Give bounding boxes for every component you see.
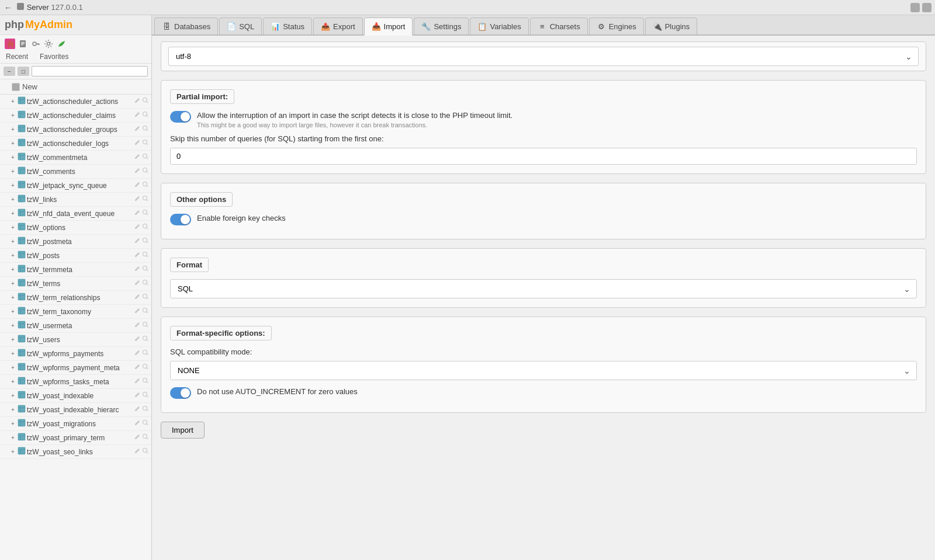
browse-icon[interactable] (142, 111, 149, 120)
browse-icon[interactable] (142, 405, 149, 414)
edit-icon[interactable] (134, 209, 141, 218)
sidebar-item[interactable]: + tzW_wpforms_payment_meta (0, 361, 151, 375)
expand-icon[interactable]: + (9, 126, 16, 133)
settings-icon[interactable] (910, 3, 920, 12)
sidebar-item[interactable]: + tzW_yoast_primary_term (0, 431, 151, 445)
edit-icon[interactable] (134, 419, 141, 428)
browse-icon[interactable] (142, 433, 149, 442)
expand-icon[interactable]: + (9, 308, 16, 315)
browse-icon[interactable] (142, 125, 149, 134)
tab-export[interactable]: 📤Export (313, 18, 363, 34)
tab-plugins[interactable]: 🔌Plugins (645, 18, 698, 34)
expand-icon[interactable]: + (9, 98, 16, 105)
browse-icon[interactable] (142, 153, 149, 162)
edit-icon[interactable] (134, 181, 141, 190)
sidebar-item[interactable]: + tzW_yoast_indexable_hierarc (0, 403, 151, 417)
browse-icon[interactable] (142, 195, 149, 204)
expand-icon[interactable]: □ (18, 67, 29, 76)
charset-select[interactable]: utf-8 (169, 47, 918, 65)
browse-icon[interactable] (142, 209, 149, 218)
tab-databases[interactable]: 🗄Databases (154, 18, 218, 34)
browse-icon[interactable] (142, 335, 149, 344)
edit-icon[interactable] (134, 167, 141, 176)
key-icon[interactable] (30, 39, 41, 49)
compat-select[interactable]: NONEANSIDB2MAXDBMYSQL323MYSQL40MSSQLORAC… (171, 361, 916, 380)
import-button[interactable]: Import (161, 422, 205, 439)
edit-icon[interactable] (134, 111, 141, 120)
expand-icon[interactable]: + (9, 238, 16, 245)
sidebar-item[interactable]: + tzW_commentmeta (0, 151, 151, 165)
expand-icon[interactable]: + (9, 322, 16, 329)
sidebar-item[interactable]: + tzW_actionscheduler_actions (0, 95, 151, 109)
tab-engines[interactable]: ⚙Engines (589, 18, 644, 34)
docs-icon[interactable] (18, 39, 28, 49)
browse-icon[interactable] (142, 307, 149, 316)
auto-increment-toggle[interactable] (170, 387, 191, 399)
edit-icon[interactable] (134, 377, 141, 386)
partial-import-toggle[interactable] (170, 111, 191, 123)
expand-icon[interactable]: + (9, 420, 16, 427)
browse-icon[interactable] (142, 377, 149, 386)
back-arrow-icon[interactable]: ← (4, 3, 13, 12)
edit-icon[interactable] (134, 293, 141, 302)
tab-settings[interactable]: 🔧Settings (414, 18, 469, 34)
sidebar-item[interactable]: + tzW_postmeta (0, 235, 151, 249)
edit-icon[interactable] (134, 363, 141, 372)
sidebar-item[interactable]: + tzW_links (0, 193, 151, 207)
sidebar-item[interactable]: + tzW_options (0, 221, 151, 235)
expand-icon[interactable]: + (9, 336, 16, 343)
sidebar-item[interactable]: + tzW_actionscheduler_logs (0, 137, 151, 151)
expand-icon[interactable]: + (9, 378, 16, 385)
leaf-icon[interactable] (56, 39, 67, 49)
browse-icon[interactable] (142, 363, 149, 372)
sidebar-item[interactable]: + tzW_comments (0, 165, 151, 179)
edit-icon[interactable] (134, 321, 141, 330)
edit-icon[interactable] (134, 125, 141, 134)
browse-icon[interactable] (142, 139, 149, 148)
gear-icon[interactable] (43, 39, 54, 49)
sidebar-item[interactable]: + tzW_term_relationships (0, 291, 151, 305)
browse-icon[interactable] (142, 251, 149, 260)
browse-icon[interactable] (142, 447, 149, 456)
recent-tab[interactable]: Recent (0, 50, 34, 63)
expand-icon[interactable]: + (9, 364, 16, 371)
browse-icon[interactable] (142, 293, 149, 302)
browse-icon[interactable] (142, 391, 149, 400)
edit-icon[interactable] (134, 405, 141, 414)
expand-icon[interactable]: + (9, 280, 16, 287)
expand-icon[interactable]: + (9, 406, 16, 413)
edit-icon[interactable] (134, 307, 141, 316)
browse-icon[interactable] (142, 321, 149, 330)
sidebar-item[interactable]: + tzW_users (0, 333, 151, 347)
browse-icon[interactable] (142, 349, 149, 358)
expand-icon[interactable]: + (9, 196, 16, 203)
expand-icon[interactable]: + (9, 112, 16, 119)
edit-icon[interactable] (134, 265, 141, 274)
sidebar-item[interactable]: + tzW_termmeta (0, 263, 151, 277)
foreign-key-toggle[interactable] (170, 214, 191, 225)
browse-icon[interactable] (142, 97, 149, 106)
sidebar-item[interactable]: + tzW_term_taxonomy (0, 305, 151, 319)
sidebar-item[interactable]: + tzW_posts (0, 249, 151, 263)
sidebar-item[interactable]: + tzW_nfd_data_event_queue (0, 207, 151, 221)
sidebar-item[interactable]: + tzW_wpforms_tasks_meta (0, 375, 151, 389)
sidebar-item[interactable]: + tzW_yoast_seo_links (0, 445, 151, 459)
sidebar-item[interactable]: + tzW_actionscheduler_claims (0, 109, 151, 123)
sidebar-item[interactable]: + tzW_yoast_migrations (0, 417, 151, 431)
browse-icon[interactable] (142, 237, 149, 246)
tab-sql[interactable]: 📄SQL (219, 18, 262, 34)
tab-charsets[interactable]: ≡Charsets (530, 18, 588, 34)
expand-icon[interactable]: + (9, 168, 16, 175)
expand-icon[interactable]: + (9, 392, 16, 399)
edit-icon[interactable] (134, 195, 141, 204)
sidebar-item[interactable]: + tzW_yoast_indexable (0, 389, 151, 403)
edit-icon[interactable] (134, 237, 141, 246)
expand-icon[interactable]: + (9, 210, 16, 217)
edit-icon[interactable] (134, 391, 141, 400)
sidebar-item[interactable]: + tzW_usermeta (0, 319, 151, 333)
edit-icon[interactable] (134, 335, 141, 344)
tab-variables[interactable]: 📋Variables (470, 18, 528, 34)
edit-icon[interactable] (134, 97, 141, 106)
browse-icon[interactable] (142, 265, 149, 274)
browse-icon[interactable] (142, 419, 149, 428)
